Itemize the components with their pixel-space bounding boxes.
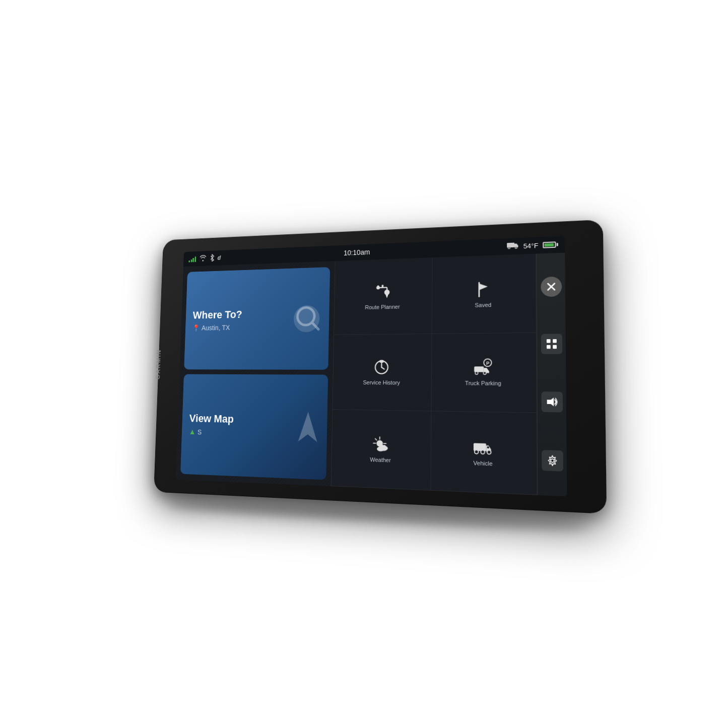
svg-point-19 (475, 372, 478, 375)
svg-marker-43 (547, 398, 553, 406)
service-history-icon (372, 358, 390, 376)
view-map-title: View Map (189, 412, 234, 425)
vehicle-icon (473, 437, 493, 457)
svg-rect-0 (507, 242, 514, 247)
svg-rect-18 (474, 366, 484, 372)
svg-point-20 (483, 372, 486, 375)
route-planner-label: Route Planner (365, 303, 400, 310)
svg-rect-10 (381, 285, 383, 288)
where-to-text: Where To? 📍 Austin, TX (192, 308, 242, 332)
svg-point-34 (481, 450, 485, 454)
time-display: 10:10am (343, 248, 370, 257)
signal-bar-1 (188, 260, 190, 262)
location-row: 📍 Austin, TX (192, 323, 242, 331)
svg-rect-41 (546, 345, 550, 348)
menu-item-truck-parking[interactable]: P Truck Parking (431, 333, 537, 413)
apps-button[interactable] (541, 334, 562, 354)
wifi-icon (199, 254, 206, 262)
settings-button[interactable] (541, 450, 563, 472)
close-button[interactable] (540, 276, 561, 297)
menu-item-saved[interactable]: Saved (432, 253, 537, 334)
svg-rect-32 (474, 443, 486, 451)
left-panel: Where To? 📍 Austin, TX (176, 261, 335, 486)
truck-parking-icon: P (473, 358, 492, 377)
svg-line-14 (381, 367, 384, 369)
weather-label: Weather (370, 456, 391, 464)
garmin-connect-icon: d (217, 254, 221, 261)
svg-point-16 (484, 359, 491, 366)
garmin-device: GARMIN (153, 209, 607, 525)
grid-icon (546, 339, 557, 349)
route-planner-icon (373, 283, 391, 301)
saved-icon (473, 280, 492, 299)
signal-bar-3 (192, 258, 194, 262)
svg-line-27 (382, 446, 384, 448)
volume-button[interactable] (541, 391, 562, 412)
svg-text:P: P (486, 360, 490, 366)
view-map-text: View Map ▲ S (188, 412, 234, 437)
menu-grid: Route Planner Saved (330, 253, 537, 495)
svg-point-35 (487, 450, 491, 454)
compass-text: S (197, 428, 202, 435)
battery-icon (543, 241, 558, 248)
settings-gear-icon (546, 455, 558, 466)
truck-status-icon (507, 241, 519, 251)
service-history-label: Service History (363, 379, 400, 386)
nav-arrow-icon (291, 409, 325, 444)
svg-line-37 (548, 283, 554, 290)
svg-point-28 (378, 445, 387, 451)
compass-arrow-icon: ▲ (188, 427, 195, 436)
weather-icon (371, 435, 389, 454)
status-right: 54°F (507, 240, 558, 251)
where-to-card[interactable]: Where To? 📍 Austin, TX (184, 267, 330, 370)
menu-item-service-history[interactable]: Service History (333, 334, 432, 411)
svg-marker-5 (298, 411, 317, 441)
saved-label: Saved (475, 301, 491, 308)
svg-point-30 (379, 444, 383, 449)
compass-row: ▲ S (188, 427, 233, 437)
main-content: Where To? 📍 Austin, TX (176, 252, 567, 496)
svg-point-29 (377, 446, 384, 451)
status-left: d (188, 253, 221, 263)
truck-parking-label: Truck Parking (465, 380, 501, 386)
svg-point-3 (297, 307, 314, 324)
svg-line-38 (548, 283, 554, 290)
svg-rect-42 (552, 345, 556, 348)
svg-point-2 (515, 246, 517, 248)
svg-rect-15 (379, 360, 383, 363)
volume-icon (546, 396, 557, 407)
signal-bar-4 (194, 256, 195, 262)
where-to-title: Where To? (192, 308, 242, 321)
menu-item-vehicle[interactable]: Vehicle (431, 411, 538, 495)
svg-rect-36 (487, 446, 489, 448)
menu-item-route-planner[interactable]: Route Planner (334, 257, 432, 335)
view-map-card[interactable]: View Map ▲ S (180, 374, 328, 480)
close-icon (546, 282, 555, 291)
bluetooth-icon (209, 253, 214, 262)
svg-line-4 (312, 322, 318, 329)
svg-point-1 (508, 247, 510, 249)
device-body: GARMIN (154, 219, 607, 513)
vehicle-label: Vehicle (473, 459, 492, 467)
location-text: Austin, TX (201, 323, 230, 332)
svg-rect-40 (552, 339, 556, 343)
search-magnifier-icon (294, 303, 322, 333)
brand-label: GARMIN (154, 349, 162, 379)
svg-line-26 (375, 438, 376, 440)
svg-point-44 (550, 458, 554, 462)
right-sidebar (536, 252, 567, 496)
signal-bar-2 (190, 259, 192, 262)
svg-point-21 (376, 440, 383, 446)
device-screen: d 10:10am 54°F (176, 236, 567, 496)
svg-rect-39 (546, 339, 550, 343)
svg-point-33 (475, 450, 479, 454)
signal-bars (188, 255, 195, 262)
menu-item-weather[interactable]: Weather (331, 410, 431, 490)
location-pin-icon: 📍 (192, 324, 200, 332)
svg-point-12 (375, 361, 387, 373)
svg-point-31 (382, 445, 385, 449)
temperature-display: 54°F (523, 241, 538, 250)
